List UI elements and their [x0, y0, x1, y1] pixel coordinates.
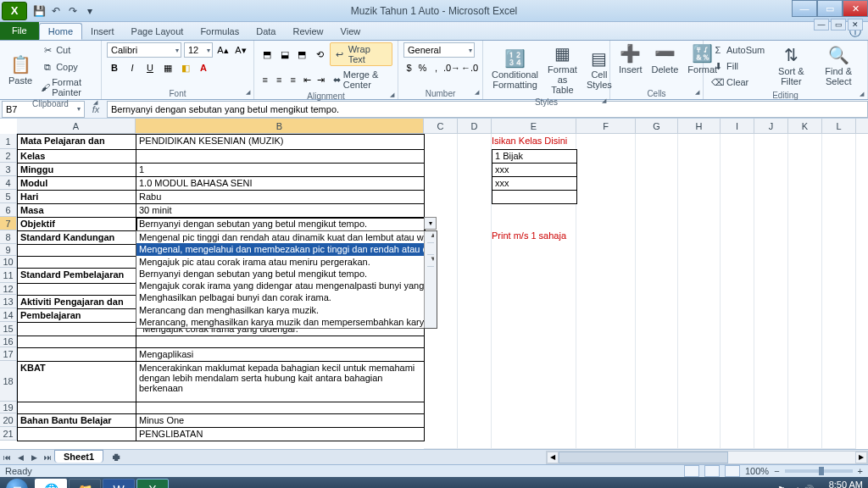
tab-insert[interactable]: Insert	[82, 23, 123, 40]
delete-cells-button[interactable]: ➖Delete	[648, 42, 682, 76]
autosum-button[interactable]: ΣAutoSum	[709, 42, 767, 58]
scroll-right-icon[interactable]: ▶	[855, 452, 867, 463]
workbook-minimize-button[interactable]: —	[814, 19, 829, 30]
row-header-21[interactable]: 21	[0, 427, 17, 441]
cell-B7[interactable]: Bernyanyi dengan sebutan yang betul meng…	[136, 218, 425, 231]
cell-B2[interactable]	[136, 150, 425, 164]
zoom-in-icon[interactable]: +	[858, 466, 863, 476]
align-top-icon[interactable]: ⬒	[259, 47, 275, 62]
format-painter-button[interactable]: 🖌Format Painter	[38, 76, 96, 98]
increase-indent-icon[interactable]: ⇥	[315, 72, 326, 87]
format-as-table-button[interactable]: ▦Format as Table	[544, 42, 581, 97]
cell-B3[interactable]: 1	[136, 164, 425, 177]
cell-A13[interactable]: Aktiviti Pengajaran dan	[18, 296, 136, 309]
tab-formulas[interactable]: Formulas	[192, 23, 248, 40]
clock[interactable]: 8:50 AM 30-Dec-16	[820, 480, 863, 488]
cell-A12[interactable]	[18, 284, 136, 296]
column-header-G[interactable]: G	[636, 119, 678, 133]
excel-app-icon[interactable]: X	[2, 2, 27, 20]
italic-button[interactable]: I	[125, 60, 140, 75]
scroll-left-icon[interactable]: ◀	[547, 452, 559, 463]
cell-B21[interactable]: PENGLIBATAN	[136, 428, 425, 441]
first-sheet-icon[interactable]: ⏮	[0, 453, 14, 462]
cell-B17[interactable]: Mengaplikasi	[136, 348, 425, 362]
row-header-6[interactable]: 6	[0, 203, 17, 217]
conditional-formatting-button[interactable]: 🔢Conditional Formatting	[488, 47, 542, 92]
horizontal-scrollbar[interactable]: ◀ ▶	[546, 451, 868, 464]
last-sheet-icon[interactable]: ⏭	[41, 453, 54, 462]
percent-icon[interactable]: %	[417, 60, 428, 75]
row-header-3[interactable]: 3	[0, 163, 17, 176]
side-box-row-1[interactable]: xxx	[492, 164, 577, 177]
row-header-2[interactable]: 2	[0, 149, 17, 163]
row-header-4[interactable]: 4	[0, 176, 17, 190]
cell-A10[interactable]	[18, 257, 136, 269]
taskbar-word-icon[interactable]: W	[103, 479, 135, 488]
tray-flag-icon[interactable]: ⚑	[777, 485, 786, 489]
cell-A20[interactable]: Bahan Bantu Belajar	[18, 414, 136, 428]
cell-A2[interactable]: Kelas	[18, 150, 136, 164]
qat-redo-icon[interactable]: ↷	[66, 4, 80, 18]
tray-volume-icon[interactable]: 🔊	[803, 485, 815, 489]
window-maximize-button[interactable]: ▭	[817, 0, 843, 17]
next-sheet-icon[interactable]: ▶	[27, 453, 41, 462]
comma-icon[interactable]: ,	[431, 60, 442, 75]
qat-save-icon[interactable]: 💾	[32, 4, 46, 18]
column-header-A[interactable]: A	[17, 119, 136, 133]
row-header-19[interactable]: 19	[0, 402, 17, 413]
dropdown-option-2[interactable]: Mengajuk pic atau corak irama atau menir…	[136, 256, 437, 268]
decrease-font-icon[interactable]: A▾	[233, 42, 248, 58]
column-header-L[interactable]: L	[822, 119, 856, 133]
prev-sheet-icon[interactable]: ◀	[14, 453, 27, 462]
zoom-slider[interactable]	[785, 469, 853, 473]
dd-scroll-down-icon[interactable]: ▼	[427, 255, 434, 267]
qat-undo-icon[interactable]: ↶	[49, 4, 63, 18]
zoom-out-icon[interactable]: −	[774, 466, 779, 476]
taskbar-explorer-icon[interactable]: 📁	[69, 479, 101, 488]
cell-A17[interactable]	[18, 348, 136, 362]
cell-B16[interactable]	[136, 336, 425, 348]
column-header-J[interactable]: J	[754, 119, 788, 133]
formula-input[interactable]: Bernyanyi dengan sebutan yang betul meng…	[107, 101, 868, 118]
side-box-row-2[interactable]: xxx	[492, 177, 577, 191]
cell-A7[interactable]: Objektif	[18, 218, 136, 231]
column-header-D[interactable]: D	[458, 119, 492, 133]
dropdown-option-4[interactable]: Mengajuk corak irama yang didengar atau …	[136, 280, 437, 291]
data-validation-dropdown-button[interactable]: ▾	[424, 217, 437, 230]
cell-A8[interactable]: Standard Kandungan	[18, 231, 136, 245]
scroll-thumb[interactable]	[559, 452, 728, 463]
cell-B5[interactable]: Rabu	[136, 191, 425, 204]
cut-button[interactable]: ✂Cut	[38, 42, 96, 58]
taskbar-chrome-icon[interactable]: 🌐	[35, 479, 67, 488]
cell-B1[interactable]: PENDIDIKAN KESENIAN (MUZIK)	[136, 135, 425, 150]
cell-A15[interactable]	[18, 323, 136, 336]
row-header-7[interactable]: 7	[0, 217, 17, 230]
new-sheet-button[interactable]: 🞦	[103, 452, 130, 463]
merge-center-button[interactable]: ⬌Merge & Center	[329, 69, 392, 91]
column-header-C[interactable]: C	[424, 119, 458, 133]
align-bottom-icon[interactable]: ⬒	[294, 47, 309, 62]
cell-A6[interactable]: Masa	[18, 204, 136, 218]
insert-cells-button[interactable]: ➕Insert	[615, 42, 646, 76]
fill-button[interactable]: ⬇Fill	[709, 58, 767, 74]
cell-A16[interactable]	[18, 336, 136, 348]
clear-button[interactable]: ⌫Clear	[709, 75, 767, 90]
cell-A21[interactable]	[18, 428, 136, 441]
window-minimize-button[interactable]: —	[792, 0, 817, 17]
row-headers[interactable]: 123456789101112131415161718192021	[0, 134, 17, 441]
cell-A4[interactable]: Modul	[18, 177, 136, 191]
font-size-combo[interactable]: 12	[184, 42, 213, 58]
row-header-11[interactable]: 11	[0, 268, 17, 283]
dropdown-option-1[interactable]: Mengenal, mengelahui dan membezakan pic …	[136, 243, 437, 255]
workbook-close-button[interactable]: ✕	[848, 19, 863, 30]
paste-button[interactable]: 📋Paste	[5, 53, 36, 87]
dd-scroll-up-icon[interactable]: ▲	[427, 231, 434, 243]
row-header-12[interactable]: 12	[0, 283, 17, 295]
underline-button[interactable]: U	[142, 60, 158, 75]
start-button[interactable]: ⊞	[0, 477, 34, 488]
bold-button[interactable]: B	[107, 60, 122, 75]
row-header-17[interactable]: 17	[0, 347, 17, 361]
sort-filter-button[interactable]: ⇅Sort & Filter	[770, 44, 812, 88]
row-header-8[interactable]: 8	[0, 230, 17, 244]
cells-area[interactable]: Mata Pelajaran danPENDIDIKAN KESENIAN (M…	[17, 134, 868, 449]
